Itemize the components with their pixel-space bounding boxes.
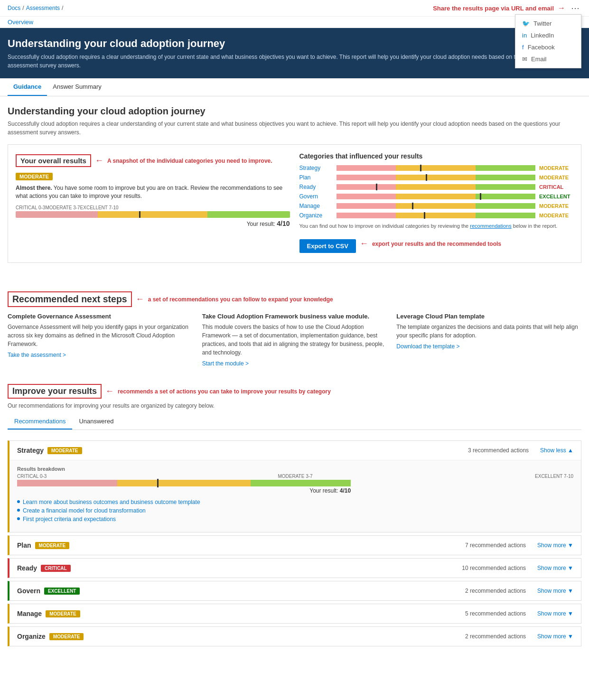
- tab-guidance[interactable]: Guidance: [8, 78, 47, 96]
- cat-badge-plan: MODERATE: [35, 542, 69, 549]
- rec-steps-title: Recommended next steps: [12, 294, 127, 305]
- category-row-govern: Govern EXCELLENT: [299, 193, 574, 200]
- rec-steps-annotation-text: a set of recommendations you can follow …: [148, 296, 333, 303]
- cat-badge-strategy: MODERATE: [47, 447, 82, 454]
- result-value: 4/10: [277, 220, 290, 227]
- share-linkedin[interactable]: in LinkedIn: [515, 29, 581, 41]
- share-email-label: Email: [531, 56, 547, 63]
- cat-toggle-plan[interactable]: Show more ▼: [537, 542, 573, 549]
- cat-bar-3: [337, 194, 536, 199]
- recommended-steps-section: Recommended next steps ← a set of recomm…: [0, 282, 589, 374]
- cat-red-2: [337, 184, 396, 190]
- result-label: Your result:: [247, 221, 275, 227]
- cat-toggle-manage[interactable]: Show more ▼: [537, 610, 573, 617]
- cat-accordion-header-manage[interactable]: Manage MODERATE 5 recommended actions Sh…: [9, 604, 581, 623]
- breadcrumb-assessments[interactable]: Assessments: [26, 5, 60, 11]
- rec-step-0-title: Complete Governance Assessment: [8, 313, 193, 320]
- action-link-strategy-1[interactable]: Create a financial model for cloud trans…: [23, 507, 146, 514]
- cat-badge-organize: MODERATE: [49, 633, 84, 640]
- improve-annotation-row: Improve your results ← recommends a set …: [8, 384, 581, 399]
- cat-status-2: CRITICAL: [539, 184, 573, 190]
- breadcrumb-sep1: /: [22, 5, 24, 11]
- cat-actions-count-ready: 10 recommended actions: [462, 565, 526, 571]
- cat-marker-3: [480, 193, 481, 200]
- cat-toggle-ready[interactable]: Show more ▼: [537, 565, 573, 571]
- tab-answer-summary[interactable]: Answer Summary: [47, 78, 107, 96]
- header-title: Understanding your cloud adoption journe…: [8, 37, 581, 50]
- cat-toggle-govern[interactable]: Show more ▼: [537, 588, 573, 594]
- cat-yellow-2: [396, 184, 476, 190]
- overall-gauge-bar: [16, 211, 290, 218]
- cat-marker-0: [420, 165, 421, 171]
- categories-title: Categories that influenced your results: [299, 152, 574, 160]
- cat-accordion-header-strategy[interactable]: Strategy MODERATE 3 recommended actions …: [9, 441, 581, 460]
- cat-actions-count-manage: 5 recommended actions: [465, 610, 526, 617]
- annotation-left-arrow: ←: [95, 156, 103, 166]
- category-row-manage: Manage MODERATE: [299, 203, 574, 209]
- breakdown-gauge-bar-strategy: [17, 480, 351, 486]
- cat-name-0[interactable]: Strategy: [299, 165, 333, 171]
- cat-red-4: [337, 203, 396, 209]
- export-csv-button[interactable]: Export to CSV: [299, 239, 356, 253]
- gauge-yellow-segment: [98, 211, 207, 218]
- cat-accordion-manage: Manage MODERATE 5 recommended actions Sh…: [8, 604, 581, 624]
- overall-results-annotation-row: Your overall results ← A snapshot of the…: [16, 154, 290, 167]
- action-link-strategy-2[interactable]: First project criteria and expectations: [23, 516, 116, 523]
- improve-results-section: Improve your results ← recommends a set …: [0, 374, 589, 657]
- cat-accordion-name-strategy: Strategy: [17, 447, 44, 454]
- improve-tab-recommendations[interactable]: Recommendations: [8, 414, 72, 429]
- cat-toggle-organize[interactable]: Show more ▼: [537, 633, 573, 640]
- cat-accordion-name-organize: Organize: [17, 633, 46, 640]
- cat-green-0: [476, 165, 535, 171]
- cat-name-3[interactable]: Govern: [299, 193, 333, 200]
- cat-marker-1: [426, 174, 427, 181]
- gauge-result: Your result: 4/10: [16, 220, 290, 227]
- breadcrumb-docs[interactable]: Docs: [8, 5, 20, 11]
- cat-actions-count-govern: 2 recommended actions: [465, 588, 526, 594]
- cat-green-1: [476, 175, 535, 180]
- cat-accordion-header-organize[interactable]: Organize MODERATE 2 recommended actions …: [9, 627, 581, 646]
- cat-accordion-header-govern[interactable]: Govern EXCELLENT 2 recommended actions S…: [9, 581, 581, 600]
- cat-red-5: [337, 213, 396, 218]
- share-twitter[interactable]: 🐦 Twitter: [515, 18, 581, 29]
- cat-accordion-header-ready[interactable]: Ready CRITICAL 10 recommended actions Sh…: [9, 559, 581, 578]
- share-facebook[interactable]: f Facebook: [515, 41, 581, 53]
- rec-step-0-link[interactable]: Take the assessment >: [8, 352, 66, 358]
- overall-results-title: Your overall results: [20, 157, 86, 165]
- share-email[interactable]: ✉ Email: [515, 53, 581, 65]
- share-dots-button[interactable]: ⋯: [569, 3, 581, 13]
- cat-toggle-strategy[interactable]: Show less ▲: [540, 447, 573, 454]
- facebook-icon: f: [522, 44, 524, 51]
- overview-link[interactable]: Overview: [8, 19, 33, 26]
- almost-there-text: Almost there. You have some room to impr…: [16, 184, 290, 200]
- cat-name-4[interactable]: Manage: [299, 203, 333, 209]
- gauge-red-segment: [16, 211, 98, 218]
- categories-note-link[interactable]: recommendations: [470, 223, 511, 229]
- rec-step-1-desc: This module covers the basics of how to …: [202, 323, 387, 357]
- cat-marker-2: [376, 184, 377, 190]
- overall-badge: MODERATE: [16, 173, 53, 180]
- action-item-strategy-1: Create a financial model for cloud trans…: [17, 507, 573, 514]
- rec-step-2-desc: The template organizes the decisions and…: [396, 323, 581, 340]
- cat-accordion-name-manage: Manage: [17, 610, 42, 617]
- cat-accordion-header-plan[interactable]: Plan MODERATE 7 recommended actions Show…: [9, 536, 581, 555]
- cat-yellow-4: [396, 203, 476, 209]
- cat-name-1[interactable]: Plan: [299, 174, 333, 181]
- cat-status-0: MODERATE: [539, 165, 573, 171]
- cat-marker-5: [424, 212, 425, 219]
- rec-step-2-link[interactable]: Download the template >: [396, 343, 459, 350]
- cat-accordion-ready: Ready CRITICAL 10 recommended actions Sh…: [8, 558, 581, 578]
- overall-results-box: Your overall results ← A snapshot of the…: [8, 144, 581, 263]
- action-link-strategy-0[interactable]: Learn more about business outcomes and b…: [23, 499, 200, 505]
- twitter-icon: 🐦: [522, 20, 530, 27]
- cat-name-2[interactable]: Ready: [299, 184, 333, 190]
- rec-step-1-title: Take Cloud Adoption Framework business v…: [202, 313, 387, 320]
- cat-name-5[interactable]: Organize: [299, 212, 333, 219]
- category-accordions: Strategy MODERATE 3 recommended actions …: [8, 440, 581, 646]
- rec-steps-grid: Complete Governance Assessment Governanc…: [8, 313, 581, 367]
- improve-tab-unanswered[interactable]: Unanswered: [72, 414, 120, 429]
- improve-title: Improve your results: [12, 386, 97, 396]
- overall-results-annotation-text: A snapshot of the individual categories …: [107, 158, 272, 164]
- rec-step-1-link[interactable]: Start the module >: [202, 360, 249, 367]
- rec-steps-box-label: Recommended next steps: [8, 291, 132, 307]
